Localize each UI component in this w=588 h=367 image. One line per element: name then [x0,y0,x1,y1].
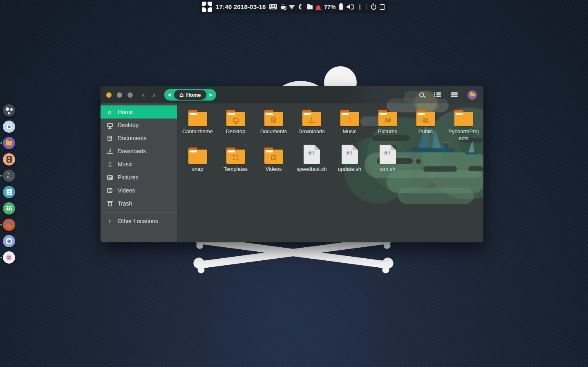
file-label: Videos [266,166,282,173]
download-icon: ↓ [106,148,113,154]
file-pycharmprojects[interactable]: PycharmProjects [445,109,483,147]
breadcrumb-label: Home [186,92,201,98]
breadcrumb[interactable]: ◀ ⌂ Home ▶ [164,89,216,101]
notifications-bell-icon[interactable] [316,5,320,9]
file-grid: Canta-theme Desktop Documents ↓Downloads… [177,103,483,184]
file-update-sh[interactable]: #!update.sh [331,147,369,184]
sidebar-label: Videos [118,187,135,194]
folder-icon: ↓ [302,112,321,126]
app-grid-icon[interactable] [202,2,212,12]
folder-icon [188,112,207,126]
file-downloads[interactable]: ↓Downloads [293,109,331,147]
dock-item-firefox[interactable] [3,219,15,231]
file-manager-tray-icon[interactable] [307,5,313,9]
file-speedtest-sh[interactable]: #!speedtest.sh [293,147,331,184]
firefox-icon [3,219,15,231]
file-documents[interactable]: Documents [255,109,293,147]
list-view-icon[interactable] [434,92,441,97]
sidebar-item-other-locations[interactable]: +Other Locations [101,215,177,228]
dock-item-atom[interactable] [3,251,15,264]
sidebar-label: Other Locations [118,218,158,224]
file-pictures[interactable]: Pictures [369,109,407,147]
image-emblem-icon [385,118,391,122]
file-music[interactable]: ♫Music [331,109,369,147]
sidebar-item-downloads[interactable]: ↓Downloads [101,145,177,158]
folder-icon [226,150,245,164]
date: 2018-03-16 [234,3,266,10]
breadcrumb-current[interactable]: ⌂ Home [174,90,206,100]
battery-percent: 77% [324,4,335,10]
sidebar-item-pictures[interactable]: Pictures [101,171,177,184]
dock-item-app-launcher[interactable] [3,104,15,116]
files-icon [3,137,15,149]
nav-back-button[interactable]: ‹ [142,91,145,99]
file-label: speedtest.sh [297,166,327,173]
image-icon [106,175,113,180]
volume-icon[interactable] [347,4,354,10]
sidebar-item-home[interactable]: ⌂Home [101,105,177,119]
wifi-icon[interactable] [288,5,295,9]
nav-forward-button[interactable]: › [152,91,156,99]
file-public[interactable]: Public [407,109,445,147]
sidebar-item-documents[interactable]: Documents [101,132,177,145]
file-label: Downloads [298,128,324,135]
window-minimize-button[interactable] [117,92,122,98]
file-label: PycharmProjects [447,128,480,142]
dock-item-music-player[interactable] [3,153,15,166]
window-close-button[interactable] [106,92,112,98]
panel-divider [366,3,367,10]
sidebar-item-trash[interactable]: Trash [101,197,177,210]
caffeine-icon[interactable] [281,6,285,9]
clock[interactable]: 17:40 2018-03-16 [216,3,266,10]
night-light-icon[interactable] [299,4,304,9]
file-label: snap [192,166,203,173]
app-launcher-icon [3,104,15,116]
people-emblem-icon [423,118,429,123]
file-label: Canta-theme [182,128,213,135]
keyboard-layout-icon[interactable] [269,4,277,9]
file-desktop[interactable]: Desktop [217,109,255,147]
sidebar-item-videos[interactable]: Videos [101,184,177,197]
file-canta-theme[interactable]: Canta-theme [179,109,217,147]
breadcrumb-prev-icon[interactable]: ◀ [168,93,171,97]
dock: >_>_ [3,104,15,264]
battery-icon[interactable] [339,4,343,10]
dock-item-spreadsheet[interactable] [3,202,15,215]
hamburger-menu-icon[interactable] [451,92,458,97]
file-label: Documents [260,128,287,135]
sidebar-item-desktop[interactable]: Desktop [101,119,177,132]
atom-icon [3,251,15,264]
dock-item-chromium[interactable] [3,235,15,247]
sidebar-item-music[interactable]: ♫Music [101,158,177,171]
sidebar-label: Home [118,109,133,115]
file-templates[interactable]: Templates [217,147,255,184]
spreadsheet-icon [3,202,15,215]
folder-icon [378,112,397,126]
file-vpn-sh[interactable]: #!vpn.sh [369,147,407,184]
folder-icon: ♫ [340,112,359,126]
software-center-icon [3,121,15,133]
dock-item-software-center[interactable] [3,121,15,133]
breadcrumb-next-icon[interactable]: ▶ [210,93,213,97]
file-snap[interactable]: snap [179,147,217,184]
titlebar[interactable]: ‹ › ◀ ⌂ Home ▶ [101,86,483,103]
bluetooth-icon[interactable]: ᛒ [358,4,361,10]
file-videos[interactable]: Videos [255,147,293,184]
document-emblem-icon [271,117,276,123]
file-label: Desktop [226,128,246,135]
file-grid-area[interactable]: Canta-theme Desktop Documents ↓Downloads… [177,103,483,242]
folder-icon [188,150,207,164]
logout-icon[interactable] [380,4,385,10]
power-icon[interactable] [371,4,376,10]
dock-item-writer[interactable] [3,186,15,198]
sidebar-separator [101,212,177,213]
file-label: Music [343,128,357,135]
search-icon[interactable] [419,92,424,97]
download-emblem-icon: ↓ [309,117,315,123]
dock-item-terminal[interactable]: >_>_ [3,170,15,182]
app-menu-badge[interactable] [467,90,477,100]
sidebar-label: Documents [118,135,147,141]
document-icon [106,136,113,141]
window-maximize-button[interactable] [127,92,133,98]
dock-item-files[interactable] [3,137,15,149]
